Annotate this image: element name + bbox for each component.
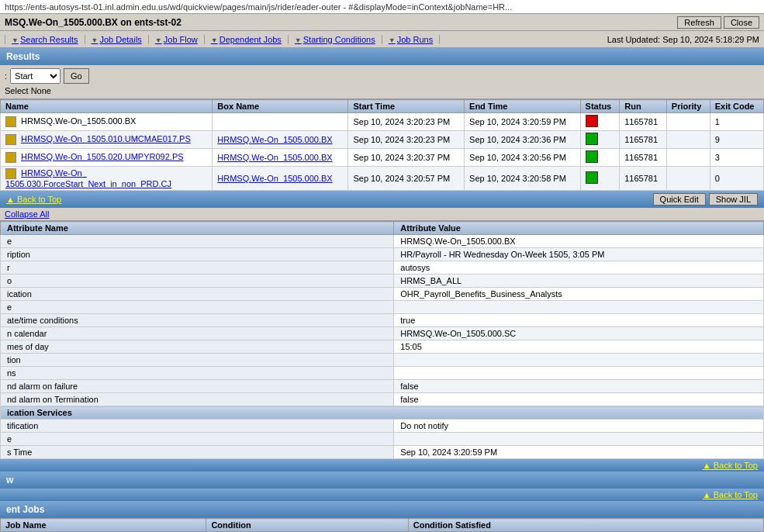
attr-label-ns: ns — [1, 367, 394, 380]
window-title: MSQ.We-On_1505.000.BX on ents-tst-02 — [5, 17, 181, 28]
attr-value-group: HRMS_BA_ALL — [394, 275, 764, 288]
attr-label-name: e — [1, 235, 394, 248]
attr-value-dtcond: true — [394, 314, 764, 327]
row4-icon — [5, 168, 16, 179]
select-none[interactable]: Select None — [5, 86, 759, 95]
row2-priority — [666, 131, 710, 149]
attr-label-times: mes of day — [1, 340, 394, 354]
row3-priority — [666, 149, 710, 167]
col-exit-code: Exit Code — [710, 100, 763, 113]
results-table: Name Box Name Start Time End Time Status… — [0, 99, 764, 191]
row3-name-link[interactable]: HRMSQ.We-On_1505.020.UMPYR092.PS — [21, 152, 184, 161]
row3-end: Sep 10, 2024 3:20:56 PM — [465, 149, 581, 167]
table-row: HRMSQ.We-On_1505.020.UMPYR092.PS HRMSQ.W… — [1, 149, 764, 167]
nav-arrow-conditions: ▼ — [295, 36, 302, 44]
attr-row: tification Do not notify — [1, 420, 764, 433]
row1-name: HRMSQ.We-On_1505.000.BX — [1, 113, 213, 131]
row3-name: HRMSQ.We-On_1505.020.UMPYR092.PS — [1, 149, 213, 167]
back-to-top-link-view[interactable]: ▲ Back to Top — [703, 490, 758, 499]
nav-search-results[interactable]: ▼Search Results — [5, 35, 85, 44]
attr-label-cal: n calendar — [1, 327, 394, 340]
go-button[interactable]: Go — [64, 68, 89, 84]
dependent-jobs-header: ent Jobs — [0, 501, 764, 518]
row1-run: 1165781 — [620, 113, 667, 131]
table-row: HRMSQ.We-On_1505.030.ForceStart_Next_in_… — [1, 167, 764, 191]
row2-name-link[interactable]: HRMSQ.We-On_1505.010.UMCMAE017.PS — [21, 134, 191, 143]
row3-exit: 3 — [710, 149, 763, 167]
row2-box-link[interactable]: HRMSQ.We-On_1505.000.BX — [217, 135, 332, 144]
filter-select[interactable]: Start All Done Running Failed — [10, 68, 60, 84]
row2-start: Sep 10, 2024 3:20:23 PM — [348, 131, 465, 149]
row2-exit: 9 — [710, 131, 763, 149]
attr-label-tion: tion — [1, 354, 394, 367]
attr-row: tion — [1, 354, 764, 367]
dep-col-satisfied: Condition Satisfied — [408, 519, 763, 532]
details-subheader: Collapse All — [0, 208, 764, 221]
refresh-button[interactable]: Refresh — [677, 16, 721, 29]
row2-name: HRMSQ.We-On_1505.010.UMCMAE017.PS — [1, 131, 213, 149]
main-content: Results : Start All Done Running Failed … — [0, 48, 764, 532]
row4-name-link[interactable]: HRMSQ.We-On_1505.030.ForceStart_Next_in_… — [5, 168, 171, 188]
attr-value-alarm-term: false — [394, 393, 764, 406]
nav-arrow-runs: ▼ — [389, 36, 396, 44]
row4-priority — [666, 167, 710, 191]
attr-value-alarm-fail: false — [394, 380, 764, 393]
nav-dependent-jobs[interactable]: ▼Dependent Jobs — [205, 35, 289, 44]
view-section-header: w — [0, 472, 764, 489]
row3-start: Sep 10, 2024 3:20:37 PM — [348, 149, 465, 167]
attr-label-owner: r — [1, 261, 394, 275]
col-priority: Priority — [666, 100, 710, 113]
attr-label-alarm-fail: nd alarm on failure — [1, 380, 394, 393]
attr-row: ate/time conditions true — [1, 314, 764, 327]
nav-arrow-flow: ▼ — [155, 36, 162, 44]
attr-label-blank2: e — [1, 433, 394, 446]
row1-box — [213, 113, 348, 131]
attr-row: r autosys — [1, 261, 764, 275]
attr-row: o HRMS_BA_ALL — [1, 275, 764, 288]
row3-box-link[interactable]: HRMSQ.We-On_1505.000.BX — [217, 153, 332, 162]
attr-row: ication OHR_Payroll_Benefits_Business_An… — [1, 288, 764, 301]
row3-box: HRMSQ.We-On_1505.000.BX — [213, 149, 348, 167]
row4-box-link[interactable]: HRMSQ.We-On_1505.000.BX — [217, 174, 332, 183]
select-none-link[interactable]: Select None — [5, 86, 51, 95]
row1-status — [580, 113, 620, 131]
nav-links: ▼Search Results ▼Job Details ▼Job Flow ▼… — [5, 35, 440, 44]
status-icon-green — [586, 133, 598, 145]
nav-arrow-details: ▼ — [92, 36, 99, 44]
nav-job-runs[interactable]: ▼Job Runs — [382, 35, 440, 44]
attr-row: nd alarm on Termination false — [1, 393, 764, 406]
nav-starting-conditions[interactable]: ▼Starting Conditions — [289, 35, 382, 44]
attr-value-times: 15:05 — [394, 340, 764, 354]
dependent-jobs-table: Job Name Condition Condition Satisfied — [0, 518, 764, 532]
collapse-all-link[interactable]: Collapse All — [5, 209, 49, 219]
nav-arrow-search: ▼ — [12, 36, 19, 44]
row1-name-text: HRMSQ.We-On_1505.000.BX — [21, 116, 136, 126]
col-end-time: End Time — [465, 100, 581, 113]
status-icon-green2 — [586, 150, 598, 163]
show-jil-button[interactable]: Show JIL — [709, 193, 758, 206]
attr-section-notif: ication Services — [1, 406, 764, 420]
attr-label-desc: ription — [1, 248, 394, 261]
dependent-jobs-title: ent Jobs — [6, 504, 44, 515]
nav-job-flow[interactable]: ▼Job Flow — [149, 35, 205, 44]
attr-value-tion — [394, 354, 764, 367]
attr-row: e — [1, 301, 764, 314]
quick-edit-button[interactable]: Quick Edit — [653, 193, 706, 206]
details-back-to-top[interactable]: ▲ Back to Top — [6, 195, 61, 204]
attr-label-stime: s Time — [1, 446, 394, 459]
row2-icon — [5, 134, 16, 145]
row3-status — [580, 149, 620, 167]
attr-row: nd alarm on failure false — [1, 380, 764, 393]
close-button[interactable]: Close — [724, 16, 759, 29]
attr-header-row: Attribute Name Attribute Value — [1, 222, 764, 235]
search-results-header: Results — [0, 48, 764, 65]
row1-icon — [5, 116, 16, 127]
attr-row: e HRMSQ.We-On_1505.000.BX — [1, 235, 764, 248]
nav-job-details[interactable]: ▼Job Details — [85, 35, 149, 44]
col-run: Run — [620, 100, 667, 113]
row4-box: HRMSQ.We-On_1505.000.BX — [213, 167, 348, 191]
row1-end: Sep 10, 2024 3:20:59 PM — [465, 113, 581, 131]
row4-start: Sep 10, 2024 3:20:57 PM — [348, 167, 465, 191]
back-to-top-link-details[interactable]: ▲ Back to Top — [703, 461, 758, 470]
details-title: ▲ Back to Top — [6, 194, 61, 205]
